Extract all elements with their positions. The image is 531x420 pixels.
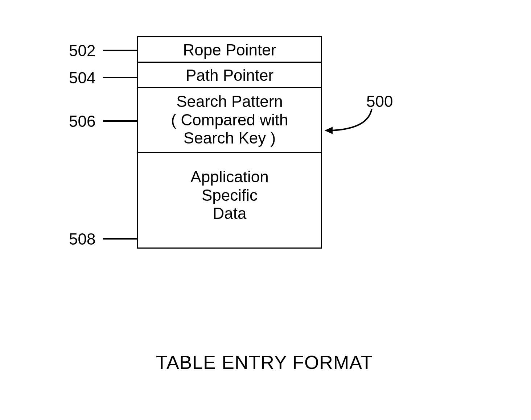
ref-label-504: 504 — [69, 69, 95, 87]
row-text: Path Pointer — [186, 66, 273, 84]
row-text: Rope Pointer — [183, 41, 276, 59]
row-application-data: ApplicationSpecificData — [138, 153, 321, 248]
svg-marker-0 — [325, 127, 333, 134]
leader-line-504 — [103, 77, 137, 78]
ref-label-508: 508 — [69, 230, 95, 248]
row-rope-pointer: Rope Pointer — [138, 37, 321, 63]
ref-text: 502 — [69, 42, 95, 59]
diagram-title: TABLE ENTRY FORMAT — [156, 352, 373, 373]
ref-text: 504 — [69, 69, 95, 87]
ref-label-500: 500 — [366, 92, 393, 111]
row-text: ApplicationSpecificData — [190, 168, 268, 222]
ref-label-502: 502 — [69, 42, 95, 60]
row-path-pointer: Path Pointer — [138, 63, 321, 88]
arrow-500-icon — [325, 109, 374, 134]
ref-text: 508 — [69, 230, 95, 248]
leader-line-506 — [103, 120, 137, 122]
title-text: TABLE ENTRY FORMAT — [156, 352, 373, 373]
row-search-pattern: Search Pattern( Compared withSearch Key … — [138, 88, 321, 153]
leader-line-502 — [103, 50, 137, 51]
leader-line-508 — [103, 238, 137, 240]
ref-text: 500 — [366, 92, 393, 110]
row-text: Search Pattern( Compared withSearch Key … — [171, 92, 288, 147]
ref-label-506: 506 — [69, 112, 95, 130]
ref-text: 506 — [69, 112, 95, 130]
table-entry-box: Rope Pointer Path Pointer Search Pattern… — [137, 36, 322, 249]
